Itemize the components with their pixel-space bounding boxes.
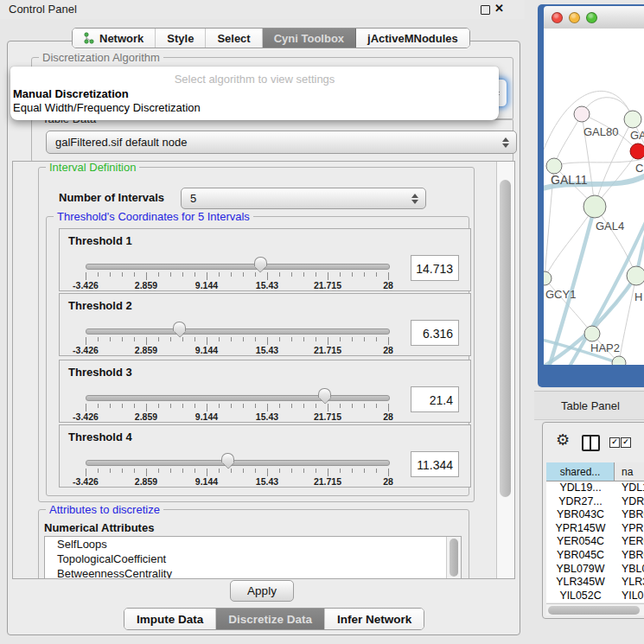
- threshold-label: Threshold 2: [68, 299, 132, 312]
- column-header[interactable]: shared...: [546, 462, 615, 481]
- table-row[interactable]: YDL19...YDL1: [546, 481, 644, 495]
- table-row[interactable]: YBL079WYBL0: [546, 563, 644, 577]
- table-horizontal-scrollbar[interactable]: [546, 603, 644, 615]
- cell-shared-name: YPR145W: [546, 522, 615, 536]
- slider-tick-labels: -3.4262.8599.14415.4321.71528: [86, 411, 389, 422]
- table-row[interactable]: YLR345WYLR3: [546, 576, 644, 590]
- settings-scrollpane: Interval Definition Number of Intervals …: [12, 161, 515, 579]
- slider-track[interactable]: [86, 328, 390, 335]
- node-label: H: [634, 290, 642, 303]
- tab-style[interactable]: Style: [156, 29, 206, 48]
- algorithm-option[interactable]: Equal Width/Frequency Discretization: [13, 101, 201, 114]
- table-data-combobox[interactable]: galFiltered.sif default node: [46, 131, 517, 154]
- numerical-attributes-list[interactable]: SelfLoopsTopologicalCoefficientBetweenne…: [44, 536, 462, 579]
- slider-handle[interactable]: [221, 453, 234, 469]
- algorithm-option[interactable]: Manual Discretization: [13, 87, 129, 100]
- threshold-value-field[interactable]: 11.344: [411, 451, 459, 477]
- node-label: C: [635, 162, 643, 175]
- tab-select[interactable]: Select: [206, 29, 262, 48]
- number-of-intervals-label: Number of Intervals: [59, 191, 164, 204]
- cell-shared-name: YDR27...: [546, 495, 615, 509]
- cyni-bottom-tabbar: Impute DataDiscretize DataInfer Network: [124, 608, 424, 630]
- network-window-titlebar[interactable]: [544, 6, 644, 29]
- slider-track[interactable]: [86, 395, 390, 401]
- cell-shared-name: YIL052C: [546, 590, 615, 603]
- network-icon: [84, 32, 94, 44]
- tab-jactivemnodules[interactable]: jActiveMNodules: [356, 29, 469, 48]
- number-of-intervals-combobox[interactable]: 5: [181, 188, 426, 209]
- column-header[interactable]: na: [615, 462, 644, 481]
- node-label: GAL80: [583, 125, 618, 138]
- algorithm-placeholder: Select algorithm to view settings: [10, 73, 499, 86]
- network-canvas[interactable]: GAL80GACGAL11GAL4GCY1HHAP2: [544, 29, 644, 365]
- slider-handle[interactable]: [173, 322, 186, 338]
- tab-discretize-data[interactable]: Discretize Data: [216, 609, 325, 629]
- table-row[interactable]: YBR045CYBR0: [546, 549, 644, 563]
- float-window-icon[interactable]: [481, 5, 490, 15]
- tab-label: jActiveMNodules: [367, 32, 458, 45]
- interval-definition-group: Interval Definition Number of Intervals …: [38, 167, 475, 502]
- slider-tick-labels: -3.4262.8599.14415.4321.71528: [86, 345, 389, 355]
- attribute-items: SelfLoopsTopologicalCoefficientBetweenne…: [45, 537, 461, 579]
- node-label: GAL4: [596, 220, 624, 233]
- table-row[interactable]: YIL052CYIL0: [546, 590, 644, 603]
- network-edge[interactable]: [595, 207, 636, 276]
- network-node[interactable]: [546, 158, 562, 174]
- checkbox-icon[interactable]: ✓: [621, 437, 631, 448]
- network-node[interactable]: [574, 106, 590, 122]
- slider-ticks: [86, 272, 389, 280]
- threshold-value-field[interactable]: 14.713: [411, 255, 459, 281]
- apply-button[interactable]: Apply: [230, 580, 294, 602]
- table-row[interactable]: YPR145WYPR1: [546, 522, 644, 536]
- mac-zoom-button[interactable]: [586, 12, 597, 23]
- slider-handle[interactable]: [254, 257, 267, 273]
- table-data-value: galFiltered.sif default node: [55, 136, 187, 149]
- tab-infer-network[interactable]: Infer Network: [325, 609, 424, 629]
- slider-handle[interactable]: [318, 388, 331, 405]
- table-toolbar: ⚙ ✓ ✓: [543, 423, 644, 461]
- mac-minimize-button[interactable]: [569, 12, 580, 23]
- slider-ticks: [86, 337, 389, 345]
- tab-cyni-toolbox[interactable]: Cyni Toolbox: [263, 29, 356, 48]
- slider-tick-labels: -3.4262.8599.14415.4321.71528: [86, 280, 389, 290]
- table-row[interactable]: YBR043CYBR0: [546, 508, 644, 522]
- mac-close-button[interactable]: [552, 12, 563, 23]
- scrollbar-thumb[interactable]: [450, 539, 458, 577]
- gear-icon[interactable]: ⚙: [556, 432, 570, 448]
- cell-shared-name: YBL079W: [546, 563, 615, 577]
- cell-name: YBR0: [615, 549, 644, 563]
- table-row[interactable]: YER054CYER0: [546, 535, 644, 549]
- slider-track[interactable]: [86, 264, 390, 270]
- network-node[interactable]: [544, 271, 552, 285]
- cell-shared-name: YER054C: [546, 535, 615, 549]
- threshold-value-field[interactable]: 21.4: [411, 386, 459, 412]
- network-edge[interactable]: [545, 207, 595, 278]
- attribute-item[interactable]: TopologicalCoefficient: [45, 552, 461, 566]
- tab-network[interactable]: Network: [73, 29, 156, 48]
- threshold-label: Threshold 3: [68, 366, 132, 379]
- combo-stepper-icon: [502, 137, 510, 148]
- split-columns-icon[interactable]: [582, 435, 600, 451]
- checkbox-icon[interactable]: ✓: [609, 437, 620, 448]
- intervals-value: 5: [190, 192, 196, 205]
- table-row[interactable]: YDR27...YDR2: [546, 495, 644, 509]
- slider-track[interactable]: [86, 460, 390, 466]
- threshold-value-field[interactable]: 6.316: [411, 320, 459, 346]
- network-node[interactable]: [624, 111, 641, 128]
- control-panel-titlebar: Control Panel: [0, 0, 525, 19]
- attributes-scrollbar[interactable]: [446, 537, 461, 579]
- attribute-item[interactable]: BetweennessCentrality: [45, 566, 461, 579]
- attribute-item[interactable]: SelfLoops: [45, 537, 461, 552]
- tab-impute-data[interactable]: Impute Data: [124, 609, 216, 629]
- network-node[interactable]: [627, 266, 644, 285]
- close-icon[interactable]: ✕: [494, 2, 504, 15]
- network-thick-edge[interactable]: [549, 207, 595, 365]
- slider-tick-labels: -3.4262.8599.14415.4321.71528: [86, 476, 389, 487]
- network-node[interactable]: [584, 326, 600, 341]
- node-attribute-table[interactable]: shared... na YDL19...YDL1YDR27...YDR2YBR…: [546, 462, 644, 603]
- scrollbar-thumb[interactable]: [500, 180, 511, 497]
- settings-vertical-scrollbar[interactable]: [496, 162, 514, 578]
- network-node[interactable]: [583, 195, 606, 218]
- scrollbar-thumb[interactable]: [548, 606, 640, 615]
- network-node[interactable]: [630, 143, 644, 159]
